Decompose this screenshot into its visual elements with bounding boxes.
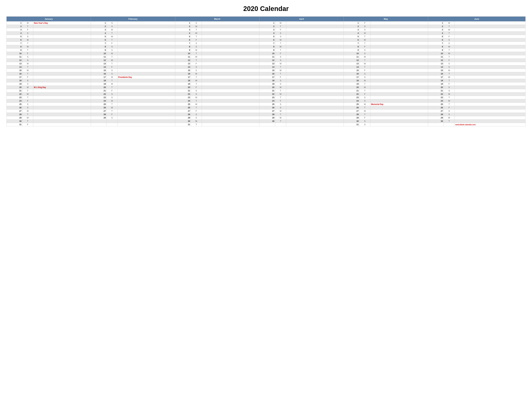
feb-day-dow: F bbox=[106, 89, 117, 93]
may-day-event bbox=[370, 65, 428, 69]
mar-day-num: 25 bbox=[175, 103, 191, 106]
may-day-dow: T bbox=[359, 113, 370, 116]
jan-day-num: 28 bbox=[7, 113, 22, 116]
may-day-dow: S bbox=[359, 48, 370, 52]
mar-day-event bbox=[202, 21, 259, 25]
jun-day-event bbox=[455, 59, 526, 62]
may-day-num: 21 bbox=[344, 89, 360, 93]
mar-day-event bbox=[202, 28, 259, 32]
jan-day-dow: M bbox=[22, 86, 33, 89]
apr-day-num: 26 bbox=[259, 106, 275, 109]
mar-day-num: 13 bbox=[175, 62, 191, 65]
table-row: 3F3M3T3F3S3W bbox=[7, 28, 526, 32]
jan-day-dow: W bbox=[22, 69, 33, 72]
jan-day-num: 17 bbox=[7, 75, 22, 79]
apr-day-num: 21 bbox=[259, 89, 275, 93]
feb-day-event bbox=[117, 62, 175, 65]
mar-day-num: 9 bbox=[175, 48, 191, 52]
jun-day-event bbox=[455, 28, 526, 32]
mar-day-num: 7 bbox=[175, 42, 191, 45]
jun-day-num: 1 bbox=[428, 21, 444, 25]
may-day-num: 13 bbox=[344, 62, 360, 65]
apr-day-dow: M bbox=[275, 38, 286, 42]
feb-day-event bbox=[117, 82, 175, 86]
feb-day-event bbox=[117, 72, 175, 75]
mar-day-event bbox=[202, 42, 259, 45]
feb-day-event bbox=[117, 93, 175, 96]
apr-day-num: 28 bbox=[259, 113, 275, 116]
jan-day-num: 30 bbox=[7, 120, 22, 123]
jan-day-dow: W bbox=[22, 116, 33, 120]
mar-day-dow: F bbox=[191, 86, 202, 89]
may-day-event bbox=[370, 93, 428, 96]
jan-day-dow: T bbox=[22, 48, 33, 52]
may-day-event bbox=[370, 32, 428, 35]
mar-day-dow: M bbox=[191, 48, 202, 52]
may-day-num: 22 bbox=[344, 93, 360, 96]
apr-day-dow: T bbox=[275, 72, 286, 75]
jun-day-num: 7 bbox=[428, 42, 444, 45]
may-day-event bbox=[370, 79, 428, 82]
table-row: 26S26W26T26S26T26F bbox=[7, 106, 526, 109]
may-day-event bbox=[370, 109, 428, 113]
feb-day-num: 17 bbox=[91, 75, 106, 79]
jun-day-dow: T bbox=[444, 25, 455, 28]
jun-day-dow: M bbox=[444, 116, 455, 120]
jun-day-num: 4 bbox=[428, 32, 444, 35]
jun-day-dow: T bbox=[444, 32, 455, 35]
may-day-dow: T bbox=[359, 89, 370, 93]
feb-day-event bbox=[117, 48, 175, 52]
jan-day-num: 14 bbox=[7, 65, 22, 69]
mar-day-dow: S bbox=[191, 116, 202, 120]
apr-day-event bbox=[286, 79, 344, 82]
apr-day-num: 22 bbox=[259, 93, 275, 96]
jun-day-event bbox=[455, 38, 526, 42]
table-row: 15W15S15S15W15F15M bbox=[7, 69, 526, 72]
feb-day-num: 9 bbox=[91, 48, 106, 52]
mar-day-event bbox=[202, 52, 259, 55]
apr-day-dow: W bbox=[275, 116, 286, 120]
feb-day-event: Presidents Day bbox=[117, 75, 175, 79]
mar-day-num: 22 bbox=[175, 93, 191, 96]
mar-day-event bbox=[202, 32, 259, 35]
feb-day-num: 10 bbox=[91, 52, 106, 55]
feb-day-num: 20 bbox=[91, 86, 106, 89]
mar-day-event bbox=[202, 120, 259, 123]
table-row: 22W22S22S22W22F22M bbox=[7, 93, 526, 96]
table-row: 2T2S2M2T2S2T bbox=[7, 25, 526, 28]
jun-day-dow: F bbox=[444, 35, 455, 38]
jun-day-event bbox=[455, 116, 526, 120]
may-day-event bbox=[370, 96, 428, 99]
apr-day-event bbox=[286, 113, 344, 116]
table-row: 17F17MPresidents Day17T17F17S17W bbox=[7, 75, 526, 79]
jan-day-num: 1 bbox=[7, 21, 22, 25]
apr-day-event bbox=[286, 86, 344, 89]
apr-day-dow: S bbox=[275, 103, 286, 106]
jun-day-num: 20 bbox=[428, 86, 444, 89]
may-day-num: 29 bbox=[344, 116, 360, 120]
feb-day-dow: S bbox=[106, 45, 117, 48]
mar-day-num: 27 bbox=[175, 109, 191, 113]
table-row: 7T7F7S7T7T7S bbox=[7, 42, 526, 45]
website-link: www.blank-calendar.com bbox=[455, 124, 475, 126]
jun-day-event bbox=[455, 103, 526, 106]
mar-day-num: 5 bbox=[175, 35, 191, 38]
apr-day-dow: S bbox=[275, 106, 286, 109]
apr-day-event bbox=[286, 93, 344, 96]
feb-day-num: 25 bbox=[91, 103, 106, 106]
feb-day-dow: S bbox=[106, 93, 117, 96]
apr-day-dow: T bbox=[275, 113, 286, 116]
jun-day-event bbox=[455, 55, 526, 59]
feb-day-event bbox=[117, 55, 175, 59]
jan-day-dow: S bbox=[22, 106, 33, 109]
apr-day-event bbox=[286, 42, 344, 45]
feb-day-event bbox=[117, 89, 175, 93]
feb-day-num: 15 bbox=[91, 69, 106, 72]
apr-day-event bbox=[286, 35, 344, 38]
may-day-dow: F bbox=[359, 116, 370, 120]
may-day-dow: W bbox=[359, 86, 370, 89]
may-day-dow: S bbox=[359, 25, 370, 28]
mar-day-num: 8 bbox=[175, 45, 191, 48]
feb-day-event bbox=[117, 99, 175, 103]
feb-day-dow: S bbox=[106, 96, 117, 99]
